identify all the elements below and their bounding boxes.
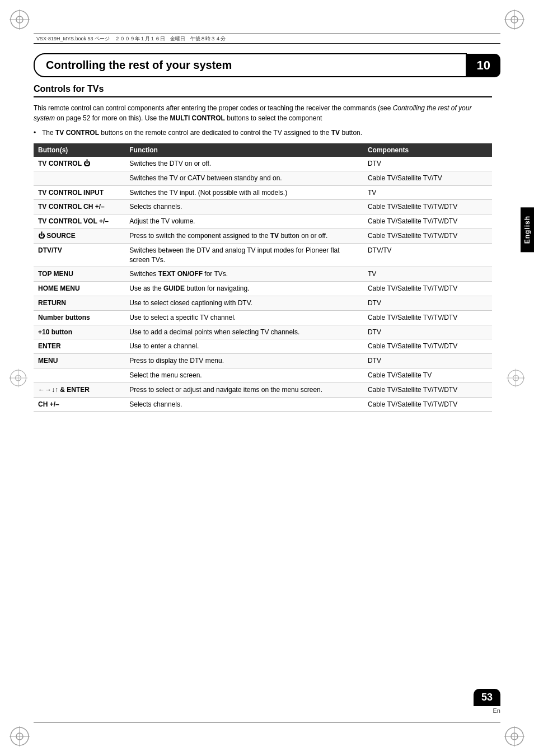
cell-components: TV bbox=[363, 267, 492, 282]
table-row: TV CONTROL VOL +/– Adjust the TV volume.… bbox=[34, 214, 492, 229]
cell-button: RETURN bbox=[34, 296, 125, 310]
main-content: Controls for TVs This remote control can… bbox=[34, 84, 492, 412]
cell-button: ENTER bbox=[34, 339, 125, 354]
table-row: TV CONTROL CH +/– Selects channels. Cabl… bbox=[34, 200, 492, 214]
cell-components: Cable TV/Satellite TV/TV/DTV bbox=[363, 214, 492, 229]
cell-components: Cable TV/Satellite TV/TV/DTV bbox=[363, 382, 492, 397]
table-row: MENU Press to display the DTV menu. DTV bbox=[34, 354, 492, 368]
cell-button: MENU bbox=[34, 354, 125, 368]
corner-deco-bl bbox=[8, 725, 31, 748]
cell-button bbox=[34, 171, 125, 185]
reg-mark-right bbox=[506, 368, 526, 388]
table-row: DTV/TV Switches between the DTV and anal… bbox=[34, 243, 492, 267]
col-components: Components bbox=[363, 143, 492, 157]
bullet-text-2: buttons on the remote control are dedica… bbox=[99, 129, 331, 137]
file-info-text: VSX-819H_MYS.book 53 ページ ２００９年１月１６日 金曜日 … bbox=[36, 35, 226, 43]
intro-bold-multi: MULTI CONTROL bbox=[170, 114, 224, 122]
cell-button: TV CONTROL INPUT bbox=[34, 185, 125, 200]
chapter-header: Controlling the rest of your system 10 bbox=[34, 53, 500, 77]
chapter-number: 10 bbox=[467, 54, 500, 77]
controls-table: Button(s) Function Components TV CONTROL… bbox=[34, 143, 492, 412]
cell-button: CH +/– bbox=[34, 397, 125, 412]
cell-button: +10 button bbox=[34, 325, 125, 339]
reg-mark-left bbox=[8, 368, 28, 388]
intro-text-2: on page 52 for more on this). Use the bbox=[55, 114, 170, 122]
cell-button: DTV/TV bbox=[34, 243, 125, 267]
table-body: TV CONTROL ⏻ Switches the DTV on or off.… bbox=[34, 157, 492, 412]
corner-deco-br bbox=[503, 725, 526, 748]
cell-function: Switches the DTV on or off. bbox=[125, 157, 363, 171]
cell-function: Press to switch the component assigned t… bbox=[125, 228, 363, 243]
cell-function: Use as the GUIDE button for navigating. bbox=[125, 282, 363, 296]
bullet-bold-tv: TV CONTROL bbox=[55, 129, 99, 137]
bullet-bold-tv2: TV bbox=[331, 129, 340, 137]
table-row: RETURN Use to select closed captioning w… bbox=[34, 296, 492, 310]
cell-button: TV CONTROL VOL +/– bbox=[34, 214, 125, 229]
table-row: Switches the TV or CATV between standby … bbox=[34, 171, 492, 185]
cell-function: Use to enter a channel. bbox=[125, 339, 363, 354]
page-number-area: 53 En bbox=[474, 689, 500, 714]
intro-text-1: This remote control can control componen… bbox=[34, 104, 393, 112]
table-row: CH +/– Selects channels. Cable TV/Satell… bbox=[34, 397, 492, 412]
page-number: 53 bbox=[474, 689, 500, 706]
corner-deco-tl bbox=[8, 8, 31, 31]
cell-components: Cable TV/Satellite TV/TV/DTV bbox=[363, 310, 492, 325]
section-intro: This remote control can control componen… bbox=[34, 103, 492, 123]
page: VSX-819H_MYS.book 53 ページ ２００９年１月１６日 金曜日 … bbox=[0, 0, 534, 756]
cell-components: Cable TV/Satellite TV/TV/DTV bbox=[363, 200, 492, 214]
corner-deco-tr bbox=[503, 8, 526, 31]
cell-function: Switches the TV input. (Not possible wit… bbox=[125, 185, 363, 200]
cell-button: HOME MENU bbox=[34, 282, 125, 296]
cell-function: Use to add a decimal points when selecti… bbox=[125, 325, 363, 339]
cell-function: Select the menu screen. bbox=[125, 368, 363, 382]
page-en-label: En bbox=[493, 707, 500, 714]
cell-components: DTV bbox=[363, 157, 492, 171]
cell-button: TV CONTROL CH +/– bbox=[34, 200, 125, 214]
cell-function: Adjust the TV volume. bbox=[125, 214, 363, 229]
cell-components: Cable TV/Satellite TV/TV/DTV bbox=[363, 282, 492, 296]
cell-components: DTV bbox=[363, 296, 492, 310]
language-tab: English bbox=[521, 207, 534, 252]
col-function: Function bbox=[125, 143, 363, 157]
cell-components: Cable TV/Satellite TV/TV/DTV bbox=[363, 228, 492, 243]
file-info-strip: VSX-819H_MYS.book 53 ページ ２００９年１月１６日 金曜日 … bbox=[34, 34, 500, 44]
cell-button: TV CONTROL ⏻ bbox=[34, 157, 125, 171]
bullet-text-3: button. bbox=[340, 129, 362, 137]
cell-components: Cable TV/Satellite TV bbox=[363, 368, 492, 382]
cell-function: Press to display the DTV menu. bbox=[125, 354, 363, 368]
table-header-row: Button(s) Function Components bbox=[34, 143, 492, 157]
cell-function: Use to select closed captioning with DTV… bbox=[125, 296, 363, 310]
cell-button: ⏻ SOURCE bbox=[34, 228, 125, 243]
chapter-title: Controlling the rest of your system bbox=[34, 53, 467, 77]
cell-components: Cable TV/Satellite TV/TV bbox=[363, 171, 492, 185]
cell-button: TOP MENU bbox=[34, 267, 125, 282]
table-row: ←→↓↑ & ENTER Press to select or adjust a… bbox=[34, 382, 492, 397]
cell-components: DTV bbox=[363, 325, 492, 339]
bullet-item: The TV CONTROL buttons on the remote con… bbox=[34, 128, 492, 138]
cell-function: Use to select a specific TV channel. bbox=[125, 310, 363, 325]
cell-button: Number buttons bbox=[34, 310, 125, 325]
table-row: Select the menu screen. Cable TV/Satelli… bbox=[34, 368, 492, 382]
cell-function: Selects channels. bbox=[125, 200, 363, 214]
cell-components: Cable TV/Satellite TV/TV/DTV bbox=[363, 339, 492, 354]
table-row: TV CONTROL ⏻ Switches the DTV on or off.… bbox=[34, 157, 492, 171]
cell-components: DTV/TV bbox=[363, 243, 492, 267]
table-row: TV CONTROL INPUT Switches the TV input. … bbox=[34, 185, 492, 200]
cell-button: ←→↓↑ & ENTER bbox=[34, 382, 125, 397]
cell-function: Selects channels. bbox=[125, 397, 363, 412]
col-button: Button(s) bbox=[34, 143, 125, 157]
cell-function: Switches TEXT ON/OFF for TVs. bbox=[125, 267, 363, 282]
cell-function: Switches the TV or CATV between standby … bbox=[125, 171, 363, 185]
table-row: TOP MENU Switches TEXT ON/OFF for TVs. T… bbox=[34, 267, 492, 282]
cell-button bbox=[34, 368, 125, 382]
table-row: ⏻ SOURCE Press to switch the component a… bbox=[34, 228, 492, 243]
cell-components: TV bbox=[363, 185, 492, 200]
table-row: +10 button Use to add a decimal points w… bbox=[34, 325, 492, 339]
section-title: Controls for TVs bbox=[34, 84, 492, 97]
cell-function: Press to select or adjust and navigate i… bbox=[125, 382, 363, 397]
bottom-strip bbox=[34, 722, 500, 722]
table-row: ENTER Use to enter a channel. Cable TV/S… bbox=[34, 339, 492, 354]
table-row: HOME MENU Use as the GUIDE button for na… bbox=[34, 282, 492, 296]
cell-components: DTV bbox=[363, 354, 492, 368]
cell-function: Switches between the DTV and analog TV i… bbox=[125, 243, 363, 267]
